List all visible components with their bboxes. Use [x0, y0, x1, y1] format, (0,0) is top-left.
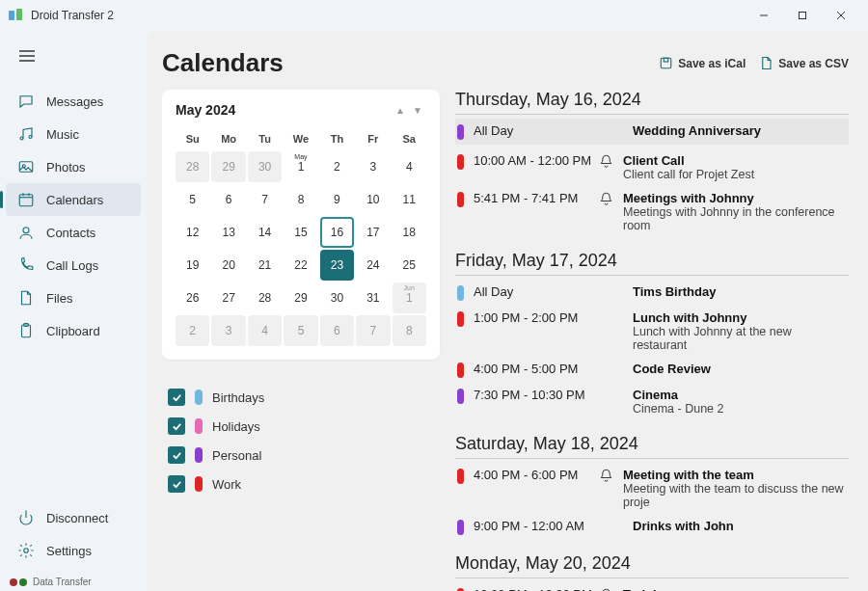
svg-rect-3: [800, 13, 806, 19]
event-row[interactable]: All DayWedding Anniversary: [455, 119, 849, 145]
calendar-day[interactable]: 29: [284, 282, 317, 313]
event-row[interactable]: 4:00 PM - 6:00 PMMeeting with the teamMe…: [455, 463, 849, 514]
calendar-filter-personal[interactable]: Personal: [168, 441, 440, 470]
calendar-day[interactable]: 3: [211, 315, 245, 346]
calendar-day[interactable]: 12: [176, 217, 209, 248]
calendar-day[interactable]: 18: [393, 217, 426, 248]
event-time: 7:30 PM - 10:30 PM: [474, 388, 599, 402]
calendar-day[interactable]: 10: [356, 184, 390, 215]
filter-label: Personal: [212, 448, 261, 463]
month-prev-button[interactable]: ▲: [392, 101, 409, 119]
sidebar-item-settings[interactable]: Settings: [0, 534, 147, 567]
bell-icon: [599, 191, 613, 205]
calendar-day[interactable]: 14: [248, 217, 282, 248]
event-desc: Meetings with Johnny in the conference r…: [623, 205, 849, 232]
calendar-day[interactable]: 4: [393, 151, 426, 182]
sidebar-item-label: Contacts: [46, 226, 95, 240]
calendar-day[interactable]: 26: [176, 282, 209, 313]
calendar-day[interactable]: 29: [211, 151, 245, 182]
event-desc: Cinema - Dune 2: [633, 402, 849, 416]
calendar-day[interactable]: 22: [284, 250, 317, 281]
hamburger-button[interactable]: [10, 39, 44, 73]
sidebar-item-label: Call Logs: [46, 258, 98, 273]
sidebar-item-music[interactable]: Music: [0, 118, 147, 150]
event-color: [457, 363, 464, 378]
sidebar-item-messages[interactable]: Messages: [0, 85, 147, 118]
calendar-day[interactable]: 9: [320, 184, 354, 215]
calendar-day[interactable]: 27: [211, 282, 245, 313]
sidebar-item-photos[interactable]: Photos: [0, 150, 147, 183]
sidebar-item-call-logs[interactable]: Call Logs: [0, 249, 147, 282]
sidebar-item-label: Disconnect: [46, 511, 108, 525]
dow-header: Sa: [393, 128, 426, 149]
sidebar-item-calendars[interactable]: Calendars: [6, 183, 141, 216]
calendar-day[interactable]: 24: [356, 250, 390, 281]
calendar-day[interactable]: 11: [393, 184, 426, 215]
svg-rect-21: [661, 58, 671, 68]
sidebar-item-disconnect[interactable]: Disconnect: [0, 501, 147, 534]
event-color: [457, 520, 464, 535]
calendar-day[interactable]: 20: [211, 250, 245, 281]
calendar-day[interactable]: 6: [320, 315, 354, 346]
calendar-day[interactable]: Jun1: [393, 282, 426, 313]
event-row[interactable]: 5:41 PM - 7:41 PMMeetings with JohnnyMee…: [455, 186, 849, 237]
event-title: Meetings with Johnny: [623, 191, 849, 205]
agenda-day-heading: Saturday, May 18, 2024: [455, 434, 849, 459]
event-title: Meeting with the team: [623, 468, 849, 482]
save-csv-button[interactable]: Save as CSV: [759, 56, 849, 70]
calendar-day[interactable]: 8: [284, 184, 317, 215]
calendar-day[interactable]: 30: [248, 151, 282, 182]
event-row[interactable]: 4:00 PM - 5:00 PMCode Review: [455, 357, 849, 383]
calendar-day[interactable]: 28: [176, 151, 209, 182]
calendar-day[interactable]: 2: [320, 151, 354, 182]
calendar-day[interactable]: 7: [248, 184, 282, 215]
svg-rect-1: [16, 9, 22, 20]
event-row[interactable]: All DayTims Birthday: [455, 280, 849, 306]
checkbox-icon: [168, 417, 185, 435]
event-title: Drinks with John: [633, 519, 849, 533]
calendar-day[interactable]: May1: [284, 151, 317, 182]
calendar-day[interactable]: 6: [211, 184, 245, 215]
calendar-day[interactable]: 15: [284, 217, 317, 248]
event-row[interactable]: 7:30 PM - 10:30 PMCinemaCinema - Dune 2: [455, 383, 849, 420]
sidebar-item-contacts[interactable]: Contacts: [0, 216, 147, 249]
save-ical-button[interactable]: Save as iCal: [659, 56, 746, 70]
calendar-filter-work[interactable]: Work: [168, 470, 440, 498]
event-row[interactable]: 10:00 AM - 12:00 PMClient CallClient cal…: [455, 148, 849, 186]
calendar-day[interactable]: 16: [320, 217, 354, 248]
save-ical-label: Save as iCal: [678, 57, 746, 70]
calendar-day[interactable]: 4: [248, 315, 282, 346]
calendar-day[interactable]: 5: [176, 184, 209, 215]
svg-point-10: [29, 136, 32, 139]
event-row[interactable]: 9:00 PM - 12:00 AMDrinks with John: [455, 514, 849, 540]
calendar-day[interactable]: 7: [356, 315, 390, 346]
event-row[interactable]: 1:00 PM - 2:00 PMLunch with JohnnyLunch …: [455, 306, 849, 357]
svg-point-9: [20, 137, 23, 140]
calendar-day[interactable]: 30: [320, 282, 354, 313]
calendar-day[interactable]: 23: [320, 250, 354, 281]
calendar-day[interactable]: 25: [393, 250, 426, 281]
sidebar: MessagesMusicPhotosCalendarsContactsCall…: [0, 31, 147, 591]
calendar-day[interactable]: 13: [211, 217, 245, 248]
calendar-filter-holidays[interactable]: Holidays: [168, 412, 440, 441]
close-button[interactable]: [822, 2, 860, 29]
event-title: Code Review: [633, 362, 849, 376]
calendar-day[interactable]: 31: [356, 282, 390, 313]
event-row[interactable]: 12:00 PM - 12:30 PMTrainingTraining for …: [455, 582, 849, 591]
calendar-day[interactable]: 17: [356, 217, 390, 248]
agenda-day-heading: Monday, May 20, 2024: [455, 553, 849, 578]
month-next-button[interactable]: ▼: [409, 101, 426, 119]
calendar-day[interactable]: 5: [284, 315, 317, 346]
calendar-day[interactable]: 3: [356, 151, 390, 182]
calendar-day[interactable]: 19: [176, 250, 209, 281]
maximize-button[interactable]: [783, 2, 822, 29]
sidebar-item-clipboard[interactable]: Clipboard: [0, 314, 147, 347]
dow-header: Mo: [211, 128, 245, 149]
calendar-day[interactable]: 8: [393, 315, 426, 346]
sidebar-item-files[interactable]: Files: [0, 282, 147, 314]
calendar-day[interactable]: 28: [248, 282, 282, 313]
calendar-filter-birthdays[interactable]: Birthdays: [168, 383, 440, 412]
calendar-day[interactable]: 21: [248, 250, 282, 281]
minimize-button[interactable]: [745, 2, 783, 29]
calendar-day[interactable]: 2: [176, 315, 209, 346]
